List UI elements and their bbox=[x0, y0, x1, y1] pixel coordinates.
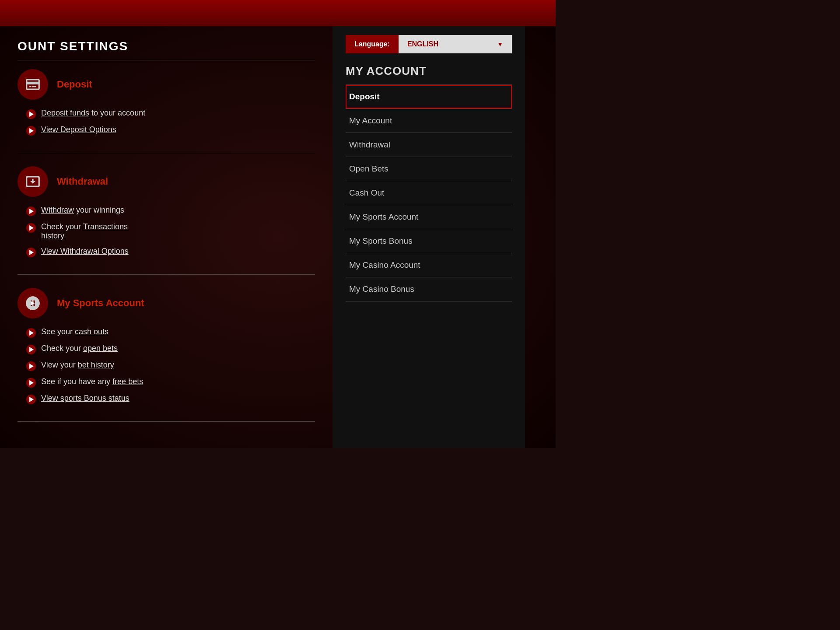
open-bets-link-item: Check your open bets bbox=[26, 344, 315, 354]
top-bar bbox=[0, 0, 556, 26]
language-label: Language: bbox=[346, 35, 399, 53]
play-icon-view-deposit bbox=[26, 126, 36, 136]
open-bets-link[interactable]: open bets bbox=[83, 344, 118, 353]
right-sidebar: Language: ENGLISH ▼ MY ACCOUNT Deposit M… bbox=[332, 26, 525, 448]
view-withdrawal-options-link-item: View Withdrawal Options bbox=[26, 247, 315, 257]
sidebar-nav-link-my-casino-account[interactable]: My Casino Account bbox=[346, 253, 512, 277]
sidebar-nav-link-deposit[interactable]: Deposit bbox=[346, 85, 512, 108]
left-panel: OUNT SETTINGS Deposit Deposit funds to y… bbox=[0, 26, 332, 448]
main-container: OUNT SETTINGS Deposit Deposit funds to y… bbox=[0, 26, 556, 448]
bet-history-text: View your bet history bbox=[41, 360, 114, 370]
chevron-down-icon: ▼ bbox=[497, 41, 503, 48]
sidebar-nav-item-my-sports-bonus[interactable]: My Sports Bonus bbox=[346, 229, 512, 253]
withdrawal-icon bbox=[18, 166, 48, 197]
sidebar-nav-link-cash-out[interactable]: Cash Out bbox=[346, 181, 512, 205]
bet-history-link[interactable]: bet history bbox=[78, 360, 114, 369]
my-sports-account-section-header: My Sports Account bbox=[18, 288, 315, 318]
my-sports-account-section: My Sports Account See your cash outs Che… bbox=[18, 288, 315, 422]
sidebar-nav-item-my-casino-bonus[interactable]: My Casino Bonus bbox=[346, 277, 512, 301]
sidebar-nav-item-my-sports-account[interactable]: My Sports Account bbox=[346, 205, 512, 229]
language-value-text: ENGLISH bbox=[407, 40, 438, 48]
deposit-section: Deposit Deposit funds to your account Vi… bbox=[18, 69, 315, 153]
sidebar-nav: Deposit My Account Withdrawal Open Bets … bbox=[346, 84, 512, 301]
free-bets-link[interactable]: free bets bbox=[112, 377, 143, 386]
withdraw-winnings-text: Withdraw your winnings bbox=[41, 206, 124, 215]
free-bets-link-item: See if you have any free bets bbox=[26, 377, 315, 388]
view-withdrawal-options-link[interactable]: View Withdrawal Options bbox=[41, 247, 129, 256]
deposit-funds-link[interactable]: Deposit funds bbox=[41, 108, 89, 117]
deposit-section-title: Deposit bbox=[57, 79, 92, 90]
withdrawal-links: Withdraw your winnings Check your Transa… bbox=[18, 206, 315, 257]
deposit-funds-link-item: Deposit funds to your account bbox=[26, 108, 315, 119]
deposit-section-header: Deposit bbox=[18, 69, 315, 100]
withdrawal-section-title: Withdrawal bbox=[57, 176, 108, 187]
withdrawal-section: Withdrawal Withdraw your winnings Check … bbox=[18, 166, 315, 275]
play-icon-view-withdrawal bbox=[26, 248, 36, 257]
my-sports-account-section-title: My Sports Account bbox=[57, 298, 144, 309]
view-withdrawal-options-text: View Withdrawal Options bbox=[41, 247, 129, 256]
view-deposit-options-text: View Deposit Options bbox=[41, 125, 116, 134]
sidebar-nav-link-my-account[interactable]: My Account bbox=[346, 109, 512, 133]
view-deposit-options-link-item: View Deposit Options bbox=[26, 125, 315, 136]
deposit-links: Deposit funds to your account View Depos… bbox=[18, 108, 315, 136]
play-icon-open-bets bbox=[26, 345, 36, 354]
deposit-icon bbox=[18, 69, 48, 100]
sidebar-nav-link-withdrawal[interactable]: Withdrawal bbox=[346, 133, 512, 157]
open-bets-text: Check your open bets bbox=[41, 344, 118, 353]
free-bets-text: See if you have any free bets bbox=[41, 377, 143, 386]
sidebar-nav-link-my-casino-bonus[interactable]: My Casino Bonus bbox=[346, 277, 512, 301]
play-icon-withdraw bbox=[26, 206, 36, 216]
sports-bonus-status-link-item: View sports Bonus status bbox=[26, 394, 315, 404]
sidebar-nav-item-deposit[interactable]: Deposit bbox=[346, 84, 512, 109]
play-icon-bet-history bbox=[26, 361, 36, 371]
page-title: OUNT SETTINGS bbox=[18, 39, 315, 60]
withdraw-link[interactable]: Withdraw bbox=[41, 206, 74, 214]
transactions-history-text: Check your Transactionshistory bbox=[41, 222, 128, 241]
sidebar-nav-link-my-sports-account[interactable]: My Sports Account bbox=[346, 205, 512, 229]
play-icon-transactions bbox=[26, 223, 36, 233]
language-selector[interactable]: Language: ENGLISH ▼ bbox=[346, 35, 512, 53]
sidebar-nav-item-withdrawal[interactable]: Withdrawal bbox=[346, 133, 512, 157]
my-sports-account-icon bbox=[18, 288, 48, 318]
language-dropdown[interactable]: ENGLISH ▼ bbox=[399, 35, 512, 53]
sidebar-nav-link-my-sports-bonus[interactable]: My Sports Bonus bbox=[346, 229, 512, 253]
transactions-history-link-item: Check your Transactionshistory bbox=[26, 222, 315, 241]
sports-bonus-status-link[interactable]: View sports Bonus status bbox=[41, 394, 130, 402]
sidebar-title: MY ACCOUNT bbox=[346, 64, 512, 78]
sidebar-nav-link-open-bets[interactable]: Open Bets bbox=[346, 157, 512, 181]
play-icon-free-bets bbox=[26, 378, 36, 388]
play-icon-cash-outs bbox=[26, 328, 36, 338]
transactions-history-link[interactable]: Transactionshistory bbox=[41, 222, 128, 240]
play-icon-sports-bonus bbox=[26, 395, 36, 404]
my-sports-account-links: See your cash outs Check your open bets … bbox=[18, 327, 315, 404]
withdrawal-section-header: Withdrawal bbox=[18, 166, 315, 197]
play-icon-deposit-funds bbox=[26, 109, 36, 119]
sidebar-nav-item-my-account[interactable]: My Account bbox=[346, 109, 512, 133]
view-deposit-options-link[interactable]: View Deposit Options bbox=[41, 125, 116, 134]
cash-outs-link[interactable]: cash outs bbox=[75, 327, 108, 336]
sidebar-nav-item-cash-out[interactable]: Cash Out bbox=[346, 181, 512, 205]
withdraw-winnings-link-item: Withdraw your winnings bbox=[26, 206, 315, 216]
cash-outs-text: See your cash outs bbox=[41, 327, 108, 336]
bet-history-link-item: View your bet history bbox=[26, 360, 315, 371]
cash-outs-link-item: See your cash outs bbox=[26, 327, 315, 338]
sidebar-nav-item-my-casino-account[interactable]: My Casino Account bbox=[346, 253, 512, 277]
sidebar-nav-item-open-bets[interactable]: Open Bets bbox=[346, 157, 512, 181]
sports-bonus-status-text: View sports Bonus status bbox=[41, 394, 130, 403]
deposit-funds-text: Deposit funds to your account bbox=[41, 108, 145, 118]
